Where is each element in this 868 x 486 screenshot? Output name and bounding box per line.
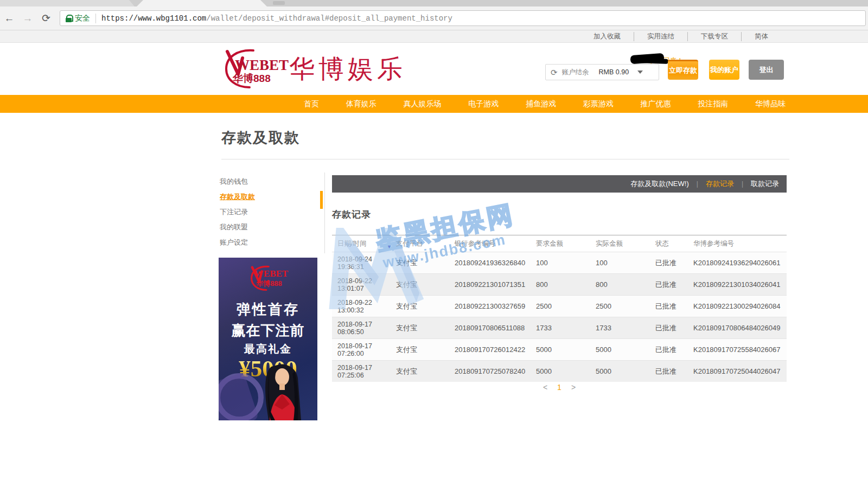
utility-link[interactable]: 简体	[741, 32, 781, 41]
cell-date: 2018-09-2213:00:32	[332, 299, 396, 314]
cell-date: 2018-09-1707:26:00	[332, 342, 396, 357]
cell-platform: 支付宝	[396, 323, 455, 333]
nav-item[interactable]: 华博品味	[755, 99, 786, 109]
page-title: 存款及取款	[221, 128, 300, 148]
back-icon[interactable]: ←	[0, 12, 18, 24]
cell-status: 已批准	[655, 323, 693, 333]
cell-date: 2018-09-1707:25:06	[332, 364, 396, 379]
logout-button[interactable]: 登出	[749, 60, 784, 80]
section-title: 存款记录	[332, 208, 371, 221]
cell-date: 2018-09-1708:06:50	[332, 321, 396, 336]
cell-date: 2018-09-2419:36:31	[332, 255, 396, 271]
table-body: 2018-09-2419:36:31 支付宝 20180924193632684…	[332, 252, 787, 382]
promo-banner[interactable]: WEBET 华博888 弹性首存 赢在下注前 最高礼金 ¥5000	[219, 258, 317, 420]
col-requested: 要求金额	[536, 239, 596, 248]
panel-tab[interactable]: 存款记录	[706, 179, 734, 189]
table-row[interactable]: 2018-09-2419:36:31 支付宝 20180924193632684…	[332, 252, 787, 273]
panel-tab[interactable]: 取款记录	[751, 179, 779, 189]
utility-link[interactable]: 实用连结	[634, 32, 687, 41]
nav-item[interactable]: 推广优惠	[641, 99, 671, 109]
sidebar-item[interactable]: 存款及取款	[220, 190, 317, 206]
nav-item[interactable]: 投注指南	[698, 99, 728, 109]
cell-actual: 1733	[596, 324, 655, 332]
cell-bank-ref: 201809241936326840	[455, 259, 536, 267]
cell-date: 2018-09-2213:01:07	[332, 277, 396, 292]
cell-platform: 支付宝	[396, 345, 455, 355]
balance-widget[interactable]: ⟳ 账户结余 RMB 0.90	[545, 64, 659, 80]
nav-item[interactable]: 彩票游戏	[583, 99, 614, 109]
cell-webet-ref: K201809170725044026047	[693, 367, 787, 375]
tab-separator: |	[742, 180, 743, 188]
cell-bank-ref: 201809221300327659	[455, 302, 536, 310]
page-next[interactable]: >	[571, 383, 576, 392]
table-row[interactable]: 2018-09-2213:01:07 支付宝 20180922130107135…	[332, 273, 787, 295]
col-webet-ref: 华博参考编号	[693, 239, 787, 248]
chevron-down-icon[interactable]	[637, 71, 643, 74]
cell-bank-ref: 201809170725078240	[455, 367, 536, 375]
webet-logo-mark: WEBET 华博888	[220, 46, 285, 92]
site-name: 华博娱乐	[289, 52, 406, 86]
cell-platform: 支付宝	[396, 280, 455, 290]
cell-actual: 800	[596, 280, 655, 289]
browser-background-tab[interactable]	[0, 0, 135, 7]
my-account-button[interactable]: 我的账户	[709, 60, 739, 80]
page-prev[interactable]: <	[543, 383, 547, 392]
utility-links: 加入收藏实用连结下载专区简体	[0, 30, 868, 42]
col-actual: 实际金额	[596, 239, 655, 248]
page-current[interactable]: 1	[557, 383, 561, 392]
sort-desc-icon[interactable]: ▼	[387, 244, 392, 250]
table-row[interactable]: 2018-09-1707:25:06 支付宝 20180917072507824…	[332, 360, 787, 382]
sidebar-menu: 我的钱包存款及取款下注记录我的联盟账户设定	[220, 175, 317, 251]
nav-item[interactable]: 捕鱼游戏	[526, 99, 556, 109]
col-bank-ref: 银行参考编号	[455, 239, 536, 248]
col-date: 日期/时间▼	[332, 239, 396, 248]
cell-requested: 2500	[536, 302, 596, 310]
banner-line3: 最高礼金	[219, 342, 317, 356]
table-row[interactable]: 2018-09-2213:00:32 支付宝 20180922130032765…	[332, 295, 787, 317]
cell-actual: 100	[596, 259, 655, 267]
cell-actual: 5000	[596, 367, 655, 375]
main-nav-items: 首页体育娱乐真人娱乐场电子游戏捕鱼游戏彩票游戏推广优惠投注指南华博品味	[304, 95, 786, 113]
sidebar-item[interactable]: 账户设定	[220, 236, 317, 251]
table-row[interactable]: 2018-09-1708:06:50 支付宝 20180917080651108…	[332, 317, 787, 338]
cell-status: 已批准	[655, 280, 693, 290]
col-status: 状态	[655, 239, 693, 248]
banner-line2: 赢在下注前	[219, 321, 317, 340]
url-bar[interactable]: 安全 https://www.wbg1101.com/wallet/deposi…	[60, 10, 866, 26]
balance-label: 账户结余	[562, 68, 589, 77]
tab-separator: |	[697, 180, 698, 188]
refresh-balance-icon[interactable]: ⟳	[551, 68, 558, 76]
site-header: WEBET 华博888 华博娱乐 欢迎回来 ! ⟳ 账户结余 RMB 0.90 …	[0, 43, 868, 95]
sidebar-item[interactable]: 下注记录	[220, 206, 317, 221]
nav-item[interactable]: 真人娱乐场	[404, 99, 442, 109]
utility-bar: 加入收藏实用连结下载专区简体	[0, 30, 868, 43]
cell-actual: 2500	[596, 302, 655, 310]
utility-link[interactable]: 下载专区	[687, 32, 741, 41]
banner-huabo888-text: 华博888	[220, 279, 317, 289]
lock-icon	[66, 15, 72, 22]
deposit-now-button[interactable]: 立即存款	[668, 60, 698, 80]
pagination: < 1 >	[332, 383, 787, 392]
cell-status: 已批准	[655, 258, 693, 268]
banner-logo: WEBET 华博888	[219, 262, 317, 297]
cell-requested: 800	[536, 280, 596, 289]
browser-active-tab[interactable]	[137, 0, 267, 7]
sidebar-divider	[324, 172, 325, 253]
reload-icon[interactable]: ⟳	[37, 12, 55, 24]
nav-item[interactable]: 电子游戏	[468, 99, 499, 109]
sidebar-item[interactable]: 我的联盟	[220, 221, 317, 236]
deposit-table: 日期/时间▼ 支付平台 银行参考编号 要求金额 实际金额 状态 华博参考编号 2…	[332, 235, 787, 382]
cell-status: 已批准	[655, 345, 693, 355]
nav-item[interactable]: 首页	[304, 99, 319, 109]
forward-icon[interactable]: →	[18, 12, 37, 24]
url-path: /wallet/deposit_withdrawal#deposit_all_p…	[206, 14, 452, 23]
cell-status: 已批准	[655, 302, 693, 311]
panel-tab[interactable]: 存款及取款(NEW!)	[630, 179, 689, 189]
table-row[interactable]: 2018-09-1707:26:00 支付宝 20180917072601242…	[332, 338, 787, 360]
utility-link[interactable]: 加入收藏	[580, 32, 634, 41]
cell-actual: 5000	[596, 346, 655, 354]
sidebar-item[interactable]: 我的钱包	[220, 175, 317, 190]
banner-webet-text: WEBET	[222, 268, 317, 279]
site-logo[interactable]: WEBET 华博888 华博娱乐	[220, 46, 406, 92]
nav-item[interactable]: 体育娱乐	[346, 99, 376, 109]
